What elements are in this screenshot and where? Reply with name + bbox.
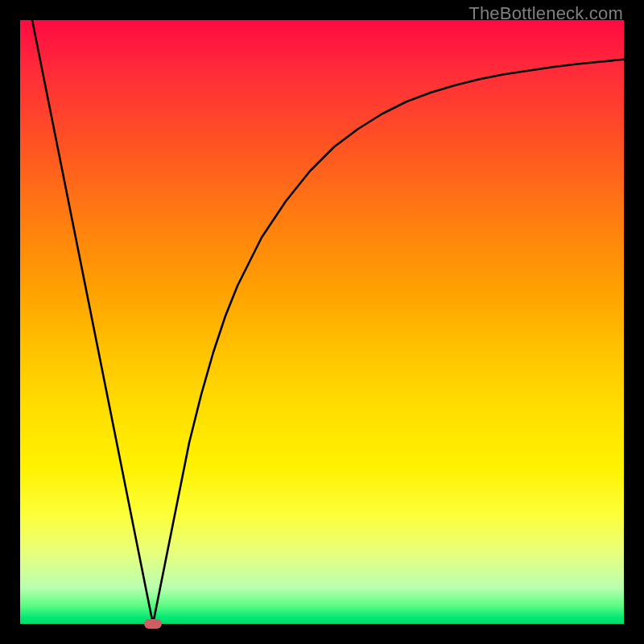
curve-svg (20, 20, 624, 624)
chart-frame: TheBottleneck.com (0, 0, 644, 644)
optimum-marker (144, 619, 162, 629)
attribution-text: TheBottleneck.com (469, 3, 623, 24)
bottleneck-curve (32, 20, 624, 624)
plot-area (20, 20, 624, 624)
